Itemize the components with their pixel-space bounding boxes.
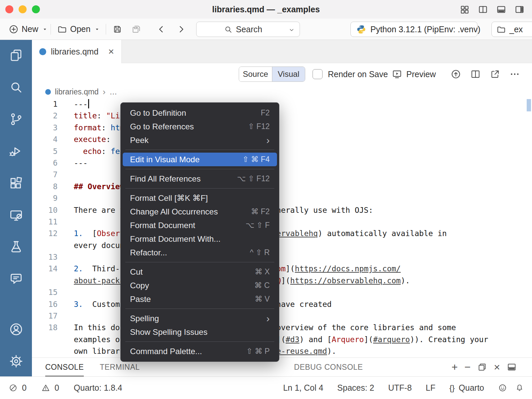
menu-item-go-to-definition[interactable]: Go to DefinitionF2 bbox=[123, 106, 277, 120]
workspace-selector[interactable]: _ex bbox=[491, 22, 532, 37]
panel-tab-debug-console[interactable]: DEBUG CONSOLE bbox=[294, 358, 363, 376]
editor-scrollbar-thumb[interactable] bbox=[527, 99, 531, 111]
editor-content[interactable]: 1---2title: "Libraries"3format: html4exe… bbox=[32, 98, 532, 358]
warnings-icon[interactable] bbox=[41, 383, 50, 392]
line-number: 3 bbox=[32, 122, 58, 134]
search-icon[interactable] bbox=[8, 79, 24, 95]
status-right: Ln 1, Col 4 Spaces: 2 UTF-8 LF {} Quarto bbox=[283, 377, 524, 399]
feedback-smiley-icon[interactable] bbox=[498, 383, 507, 392]
menu-item-go-to-references[interactable]: Go to References⇧ F12 bbox=[123, 120, 277, 133]
close-panel-icon[interactable]: × bbox=[494, 362, 500, 372]
menu-item-refactor[interactable]: Refactor...^ ⇧ R bbox=[123, 246, 277, 259]
toolbar-separator bbox=[106, 24, 106, 35]
caret-down-icon bbox=[41, 26, 49, 33]
errors-count[interactable]: 0 bbox=[22, 383, 27, 393]
code-row: 9 bbox=[32, 193, 532, 204]
navigate-forward-button[interactable] bbox=[176, 19, 186, 40]
line-number bbox=[32, 345, 58, 357]
quarto-version[interactable]: Quarto: 1.8.4 bbox=[74, 383, 122, 393]
bottom-panel-icon[interactable] bbox=[496, 4, 506, 15]
explorer-icon[interactable] bbox=[8, 47, 24, 63]
split-editor-icon[interactable] bbox=[470, 69, 481, 79]
breadcrumb-more[interactable]: … bbox=[109, 87, 117, 96]
cursor-position[interactable]: Ln 1, Col 4 bbox=[283, 383, 323, 393]
code-line[interactable]: --- bbox=[74, 98, 89, 110]
menu-item-show-spelling-issues[interactable]: Show Spelling Issues bbox=[123, 325, 277, 339]
menu-item-peek[interactable]: Peek› bbox=[123, 133, 277, 147]
save-all-button[interactable] bbox=[132, 19, 142, 40]
account-icon[interactable] bbox=[8, 321, 24, 337]
tab-libraries-qmd[interactable]: libraries.qmd × bbox=[32, 40, 122, 63]
encoding[interactable]: UTF-8 bbox=[388, 383, 412, 393]
source-control-icon[interactable] bbox=[8, 111, 24, 127]
source-visual-toggle: Source Visual bbox=[239, 66, 305, 82]
run-debug-icon[interactable] bbox=[8, 143, 24, 159]
save-button[interactable] bbox=[112, 19, 122, 40]
menu-item-spelling[interactable]: Spelling› bbox=[123, 312, 277, 325]
menu-item-change-all-occurrences[interactable]: Change All Occurrences⌘ F2 bbox=[123, 205, 277, 218]
menu-item-format-document-with[interactable]: Format Document With... bbox=[123, 232, 277, 246]
save-icon bbox=[112, 24, 122, 34]
menu-item-edit-in-visual-mode[interactable]: Edit in Visual Mode⇧ ⌘ F4 bbox=[123, 153, 277, 166]
breadcrumb-file[interactable]: libraries.qmd bbox=[55, 87, 99, 96]
navigate-back-button[interactable] bbox=[156, 19, 166, 40]
menu-item-shortcut: ⇧ F12 bbox=[248, 122, 270, 131]
render-on-save-checkbox[interactable] bbox=[313, 69, 323, 79]
secondary-sidebar-icon[interactable] bbox=[514, 4, 525, 15]
code-row: 3format: html bbox=[32, 122, 532, 134]
tab-close-icon[interactable]: × bbox=[108, 47, 114, 57]
panel-layout-icon[interactable] bbox=[507, 362, 517, 372]
interpreter-selector[interactable]: Python 3.12.1 (PipEnv: .venv) bbox=[350, 22, 477, 37]
errors-icon[interactable] bbox=[9, 383, 18, 392]
warnings-count[interactable]: 0 bbox=[55, 383, 59, 393]
menu-item-command-palette[interactable]: Command Palette...⇧ ⌘ P bbox=[123, 344, 277, 358]
customize-layout-icon[interactable] bbox=[460, 4, 470, 15]
minimize-panel-icon[interactable]: − bbox=[465, 362, 471, 372]
open-in-new-window-icon[interactable] bbox=[490, 69, 500, 79]
line-number: 6 bbox=[32, 157, 58, 169]
menu-item-paste[interactable]: Paste⌘ V bbox=[123, 292, 277, 306]
render-icon[interactable] bbox=[451, 69, 461, 79]
restore-panel-icon[interactable] bbox=[477, 362, 487, 372]
menu-item-format-cell-k-f[interactable]: Format Cell [⌘K ⌘F] bbox=[123, 191, 277, 205]
menu-item-shortcut: ⌘ X bbox=[255, 267, 270, 276]
source-mode-button[interactable]: Source bbox=[239, 67, 272, 81]
extensions-icon[interactable] bbox=[8, 175, 24, 191]
line-number: 13 bbox=[32, 251, 58, 263]
indentation-setting[interactable]: Spaces: 2 bbox=[337, 383, 374, 393]
preview-button[interactable]: Preview bbox=[392, 66, 436, 82]
code-line[interactable]: execute: bbox=[74, 134, 111, 145]
notifications-bell-icon[interactable] bbox=[515, 383, 524, 392]
open-button[interactable]: Open bbox=[57, 19, 101, 40]
line-number: 10 bbox=[32, 204, 58, 216]
code-row: 8## Overview bbox=[32, 181, 532, 193]
menu-item-cut[interactable]: Cut⌘ X bbox=[123, 265, 277, 279]
new-button[interactable]: New bbox=[9, 19, 49, 40]
editor-actions-row: Source Visual Render on Save Preview bbox=[32, 63, 532, 85]
menu-item-label: Format Cell [⌘K ⌘F] bbox=[130, 193, 208, 203]
language-mode[interactable]: {} Quarto bbox=[450, 383, 484, 393]
testing-icon[interactable] bbox=[8, 239, 24, 255]
search-box[interactable] bbox=[196, 22, 300, 37]
menu-item-format-document[interactable]: Format Document⌥ ⇧ F bbox=[123, 218, 277, 232]
search-input[interactable] bbox=[236, 25, 273, 34]
split-columns-icon[interactable] bbox=[478, 4, 488, 15]
new-circle-plus-icon bbox=[9, 24, 19, 34]
visual-mode-button[interactable]: Visual bbox=[272, 67, 305, 81]
chat-icon[interactable] bbox=[8, 271, 24, 287]
code-line[interactable]: --- bbox=[74, 157, 88, 169]
eol-setting[interactable]: LF bbox=[426, 383, 435, 393]
panel-tab-console[interactable]: CONSOLE bbox=[45, 358, 84, 376]
chevron-down-icon[interactable] bbox=[288, 27, 295, 33]
menu-item-copy[interactable]: Copy⌘ C bbox=[123, 279, 277, 292]
menu-item-find-all-references[interactable]: Find All References⌥ ⇧ F12 bbox=[123, 172, 277, 186]
chevron-right-icon bbox=[176, 24, 186, 34]
settings-gear-icon[interactable] bbox=[8, 353, 24, 369]
new-console-icon[interactable]: + bbox=[452, 362, 458, 372]
code-line[interactable]: ## Overview bbox=[74, 181, 124, 193]
more-actions-icon[interactable] bbox=[509, 69, 520, 79]
sessions-icon[interactable] bbox=[8, 207, 24, 223]
folder-open-icon bbox=[57, 24, 67, 34]
menu-separator bbox=[125, 309, 274, 309]
menu-item-shortcut: ⌥ ⇧ F bbox=[245, 221, 270, 230]
